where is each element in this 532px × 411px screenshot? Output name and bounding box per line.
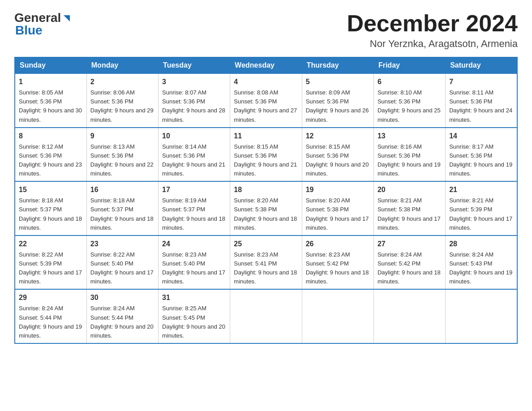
calendar-cell: 1Sunrise: 8:05 AMSunset: 5:36 PMDaylight… bbox=[15, 73, 86, 128]
calendar-cell: 10Sunrise: 8:14 AMSunset: 5:36 PMDayligh… bbox=[159, 128, 230, 182]
calendar-cell: 29Sunrise: 8:24 AMSunset: 5:44 PMDayligh… bbox=[15, 289, 86, 343]
calendar-weekday-thursday: Thursday bbox=[302, 57, 373, 73]
day-number: 21 bbox=[449, 184, 513, 195]
day-info: Sunrise: 8:15 AMSunset: 5:36 PMDaylight:… bbox=[234, 143, 297, 177]
day-number: 14 bbox=[449, 131, 513, 141]
calendar-week-row-2: 8Sunrise: 8:12 AMSunset: 5:36 PMDaylight… bbox=[15, 128, 517, 182]
day-number: 15 bbox=[19, 184, 83, 195]
calendar-weekday-sunday: Sunday bbox=[15, 57, 86, 73]
day-info: Sunrise: 8:14 AMSunset: 5:36 PMDaylight:… bbox=[162, 143, 225, 177]
day-info: Sunrise: 8:15 AMSunset: 5:36 PMDaylight:… bbox=[306, 143, 369, 177]
day-info: Sunrise: 8:19 AMSunset: 5:37 PMDaylight:… bbox=[162, 197, 225, 231]
calendar-cell: 9Sunrise: 8:13 AMSunset: 5:36 PMDaylight… bbox=[86, 128, 158, 182]
day-number: 16 bbox=[90, 184, 154, 195]
day-info: Sunrise: 8:10 AMSunset: 5:36 PMDaylight:… bbox=[378, 89, 441, 123]
day-info: Sunrise: 8:16 AMSunset: 5:36 PMDaylight:… bbox=[378, 143, 441, 177]
logo-triangle-icon bbox=[62, 13, 72, 23]
calendar-week-row-4: 22Sunrise: 8:22 AMSunset: 5:39 PMDayligh… bbox=[15, 235, 517, 290]
calendar-week-row-1: 1Sunrise: 8:05 AMSunset: 5:36 PMDaylight… bbox=[15, 73, 517, 128]
calendar-cell: 12Sunrise: 8:15 AMSunset: 5:36 PMDayligh… bbox=[302, 128, 373, 182]
day-number: 29 bbox=[19, 292, 83, 303]
day-number: 25 bbox=[234, 239, 298, 249]
day-info: Sunrise: 8:08 AMSunset: 5:36 PMDaylight:… bbox=[234, 89, 297, 123]
calendar-cell: 2Sunrise: 8:06 AMSunset: 5:36 PMDaylight… bbox=[86, 73, 158, 128]
calendar-cell: 6Sunrise: 8:10 AMSunset: 5:36 PMDaylight… bbox=[373, 73, 445, 128]
day-number: 17 bbox=[162, 184, 226, 195]
day-info: Sunrise: 8:23 AMSunset: 5:42 PMDaylight:… bbox=[306, 251, 369, 285]
calendar-cell: 4Sunrise: 8:08 AMSunset: 5:36 PMDaylight… bbox=[230, 73, 302, 128]
day-info: Sunrise: 8:11 AMSunset: 5:36 PMDaylight:… bbox=[449, 89, 512, 123]
calendar-cell: 26Sunrise: 8:23 AMSunset: 5:42 PMDayligh… bbox=[302, 235, 373, 290]
day-info: Sunrise: 8:22 AMSunset: 5:40 PMDaylight:… bbox=[90, 251, 154, 285]
calendar-cell: 5Sunrise: 8:09 AMSunset: 5:36 PMDaylight… bbox=[302, 73, 373, 128]
day-number: 7 bbox=[449, 77, 513, 87]
day-info: Sunrise: 8:18 AMSunset: 5:37 PMDaylight:… bbox=[90, 197, 154, 231]
calendar-cell bbox=[446, 289, 517, 343]
day-info: Sunrise: 8:20 AMSunset: 5:38 PMDaylight:… bbox=[234, 197, 297, 231]
day-number: 19 bbox=[306, 184, 370, 195]
day-info: Sunrise: 8:13 AMSunset: 5:36 PMDaylight:… bbox=[90, 143, 154, 177]
calendar-week-row-5: 29Sunrise: 8:24 AMSunset: 5:44 PMDayligh… bbox=[15, 289, 517, 343]
day-number: 6 bbox=[378, 77, 442, 87]
calendar-cell: 22Sunrise: 8:22 AMSunset: 5:39 PMDayligh… bbox=[15, 235, 86, 290]
day-info: Sunrise: 8:12 AMSunset: 5:36 PMDaylight:… bbox=[19, 143, 82, 177]
title-block: December 2024 Nor Yerznka, Aragatsotn, A… bbox=[347, 11, 518, 50]
day-number: 27 bbox=[378, 239, 442, 249]
logo-blue-text: Blue bbox=[14, 23, 43, 38]
calendar-cell: 25Sunrise: 8:23 AMSunset: 5:41 PMDayligh… bbox=[230, 235, 302, 290]
svg-marker-0 bbox=[64, 15, 70, 21]
calendar-cell: 14Sunrise: 8:17 AMSunset: 5:36 PMDayligh… bbox=[446, 128, 517, 182]
calendar-weekday-friday: Friday bbox=[373, 57, 445, 73]
calendar-weekday-wednesday: Wednesday bbox=[230, 57, 302, 73]
day-info: Sunrise: 8:23 AMSunset: 5:40 PMDaylight:… bbox=[162, 251, 225, 285]
day-number: 18 bbox=[234, 184, 298, 195]
day-number: 9 bbox=[90, 131, 154, 141]
day-number: 2 bbox=[90, 77, 154, 87]
day-info: Sunrise: 8:23 AMSunset: 5:41 PMDaylight:… bbox=[234, 251, 297, 285]
day-number: 31 bbox=[162, 292, 226, 303]
day-info: Sunrise: 8:24 AMSunset: 5:44 PMDaylight:… bbox=[19, 305, 82, 338]
day-number: 30 bbox=[90, 292, 154, 303]
day-info: Sunrise: 8:24 AMSunset: 5:43 PMDaylight:… bbox=[449, 251, 512, 285]
calendar-table: SundayMondayTuesdayWednesdayThursdayFrid… bbox=[14, 57, 518, 344]
day-info: Sunrise: 8:07 AMSunset: 5:36 PMDaylight:… bbox=[162, 89, 225, 123]
calendar-week-row-3: 15Sunrise: 8:18 AMSunset: 5:37 PMDayligh… bbox=[15, 181, 517, 235]
day-info: Sunrise: 8:21 AMSunset: 5:38 PMDaylight:… bbox=[378, 197, 441, 231]
calendar-header-row: SundayMondayTuesdayWednesdayThursdayFrid… bbox=[15, 57, 517, 73]
day-info: Sunrise: 8:05 AMSunset: 5:36 PMDaylight:… bbox=[19, 89, 82, 123]
calendar-cell bbox=[302, 289, 373, 343]
calendar-cell: 17Sunrise: 8:19 AMSunset: 5:37 PMDayligh… bbox=[159, 181, 230, 235]
page-header: General Blue December 2024 Nor Yerznka, … bbox=[14, 11, 518, 50]
calendar-cell: 19Sunrise: 8:20 AMSunset: 5:38 PMDayligh… bbox=[302, 181, 373, 235]
day-info: Sunrise: 8:18 AMSunset: 5:37 PMDaylight:… bbox=[19, 197, 82, 231]
calendar-cell: 21Sunrise: 8:21 AMSunset: 5:39 PMDayligh… bbox=[446, 181, 517, 235]
day-info: Sunrise: 8:06 AMSunset: 5:36 PMDaylight:… bbox=[90, 89, 154, 123]
calendar-weekday-tuesday: Tuesday bbox=[159, 57, 230, 73]
day-number: 12 bbox=[306, 131, 370, 141]
day-info: Sunrise: 8:21 AMSunset: 5:39 PMDaylight:… bbox=[449, 197, 512, 231]
day-number: 20 bbox=[378, 184, 442, 195]
calendar-cell: 30Sunrise: 8:24 AMSunset: 5:44 PMDayligh… bbox=[86, 289, 158, 343]
calendar-cell: 28Sunrise: 8:24 AMSunset: 5:43 PMDayligh… bbox=[446, 235, 517, 290]
calendar-cell: 15Sunrise: 8:18 AMSunset: 5:37 PMDayligh… bbox=[15, 181, 86, 235]
calendar-cell: 20Sunrise: 8:21 AMSunset: 5:38 PMDayligh… bbox=[373, 181, 445, 235]
calendar-cell: 7Sunrise: 8:11 AMSunset: 5:36 PMDaylight… bbox=[446, 73, 517, 128]
day-info: Sunrise: 8:24 AMSunset: 5:44 PMDaylight:… bbox=[90, 305, 154, 338]
calendar-cell: 18Sunrise: 8:20 AMSunset: 5:38 PMDayligh… bbox=[230, 181, 302, 235]
calendar-weekday-saturday: Saturday bbox=[446, 57, 517, 73]
day-number: 26 bbox=[306, 239, 370, 249]
calendar-cell: 16Sunrise: 8:18 AMSunset: 5:37 PMDayligh… bbox=[86, 181, 158, 235]
calendar-weekday-monday: Monday bbox=[86, 57, 158, 73]
day-info: Sunrise: 8:22 AMSunset: 5:39 PMDaylight:… bbox=[19, 251, 82, 285]
day-number: 23 bbox=[90, 239, 154, 249]
calendar-cell: 31Sunrise: 8:25 AMSunset: 5:45 PMDayligh… bbox=[159, 289, 230, 343]
day-number: 4 bbox=[234, 77, 298, 87]
location-title: Nor Yerznka, Aragatsotn, Armenia bbox=[347, 38, 518, 50]
calendar-cell bbox=[230, 289, 302, 343]
day-number: 10 bbox=[162, 131, 226, 141]
calendar-cell: 11Sunrise: 8:15 AMSunset: 5:36 PMDayligh… bbox=[230, 128, 302, 182]
day-info: Sunrise: 8:17 AMSunset: 5:36 PMDaylight:… bbox=[449, 143, 512, 177]
calendar-cell: 3Sunrise: 8:07 AMSunset: 5:36 PMDaylight… bbox=[159, 73, 230, 128]
day-number: 24 bbox=[162, 239, 226, 249]
day-number: 3 bbox=[162, 77, 226, 87]
